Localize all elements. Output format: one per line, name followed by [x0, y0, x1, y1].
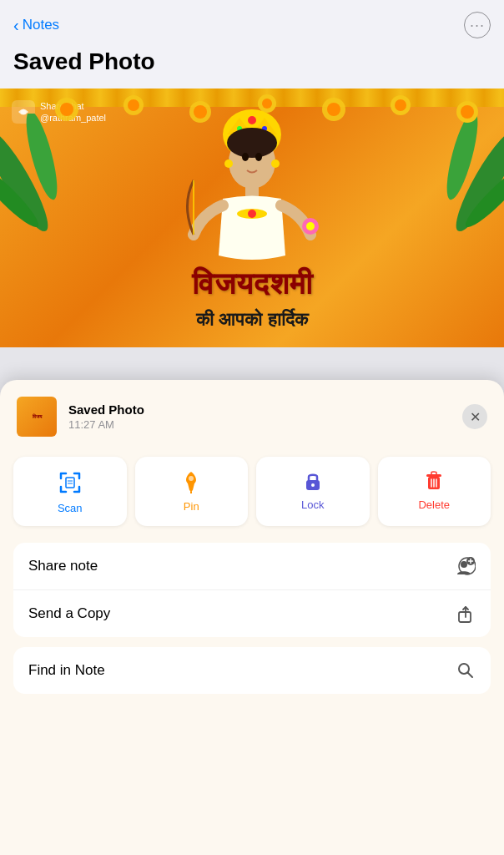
note-preview-row: विजय Saved Photo 11:27 AM ✕: [13, 397, 491, 437]
svg-point-46: [311, 483, 315, 487]
page-title-area: Saved Photo: [0, 45, 504, 89]
svg-point-29: [227, 128, 277, 158]
nav-bar: ‹ Notes ···: [0, 0, 504, 45]
delete-label: Delete: [418, 498, 450, 511]
share-note-item[interactable]: Share note: [13, 543, 491, 590]
share-note-icon: [452, 556, 476, 576]
svg-point-39: [306, 222, 315, 230]
chevron-left-icon: ‹: [13, 17, 19, 33]
scan-icon: [58, 470, 83, 495]
svg-point-8: [60, 103, 73, 116]
svg-line-60: [468, 673, 473, 678]
pin-label: Pin: [184, 500, 199, 513]
note-info-time: 11:27 AM: [68, 418, 144, 431]
lock-icon: [302, 470, 324, 492]
svg-point-20: [461, 105, 474, 119]
svg-point-53: [461, 561, 467, 568]
svg-point-32: [224, 159, 233, 168]
find-in-note-label: Find in Note: [28, 662, 105, 679]
page-title: Saved Photo: [13, 48, 491, 75]
send-copy-label: Send a Copy: [28, 605, 110, 622]
svg-point-36: [248, 210, 256, 218]
note-image: ShareChat @rathram_patel: [0, 89, 504, 347]
find-section: Find in Note: [13, 647, 491, 694]
svg-point-33: [271, 159, 280, 168]
search-icon: [456, 660, 476, 680]
more-icon: ···: [470, 17, 485, 34]
back-button[interactable]: ‹ Notes: [13, 17, 59, 33]
menu-section: Share note Send a Copy: [13, 543, 491, 637]
svg-point-30: [242, 153, 249, 161]
close-button[interactable]: ✕: [462, 404, 487, 429]
note-thumbnail: विजय: [17, 397, 57, 437]
close-icon: ✕: [470, 409, 481, 425]
share-note-label: Share note: [28, 558, 98, 574]
svg-point-25: [248, 116, 256, 124]
back-label: Notes: [23, 17, 59, 33]
svg-point-10: [128, 99, 139, 111]
svg-point-18: [395, 99, 406, 111]
trash-icon: [423, 470, 445, 492]
note-info: Saved Photo 11:27 AM: [68, 402, 144, 431]
pin-icon: [179, 470, 203, 493]
svg-rect-48: [426, 474, 441, 477]
hindi-main-text: विजयदशमी: [0, 266, 504, 301]
send-copy-icon: [456, 604, 476, 624]
svg-point-43: [189, 476, 194, 481]
bottom-sheet: विजय Saved Photo 11:27 AM ✕: [0, 380, 504, 855]
action-buttons-row: Scan Pin Lock: [13, 457, 491, 526]
svg-point-16: [327, 103, 340, 116]
note-info-title: Saved Photo: [68, 402, 144, 417]
note-preview-left: विजय Saved Photo 11:27 AM: [17, 397, 144, 437]
svg-point-31: [255, 153, 262, 161]
lock-button[interactable]: Lock: [256, 457, 370, 526]
send-copy-item[interactable]: Send a Copy: [13, 590, 491, 637]
scan-button[interactable]: Scan: [13, 457, 127, 526]
delete-button[interactable]: Delete: [378, 457, 491, 526]
lock-label: Lock: [301, 498, 324, 511]
find-in-note-item[interactable]: Find in Note: [13, 647, 491, 694]
more-button[interactable]: ···: [464, 12, 491, 38]
svg-rect-57: [459, 612, 471, 622]
scan-label: Scan: [58, 502, 83, 514]
pin-button[interactable]: Pin: [135, 457, 249, 526]
svg-rect-40: [66, 478, 74, 488]
hindi-sub-text: की आपको हार्दिक: [0, 309, 504, 331]
